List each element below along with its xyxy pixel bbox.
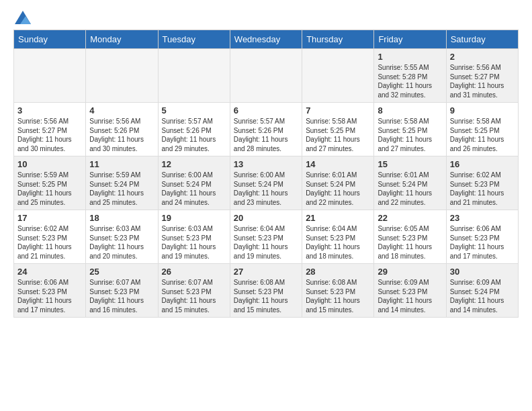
day-number: 3 <box>17 105 82 116</box>
day-number: 11 <box>89 159 154 169</box>
day-number: 28 <box>306 267 370 277</box>
day-info: Sunrise: 5:57 AMSunset: 5:26 PMDaylight:… <box>234 117 298 153</box>
day-number: 22 <box>378 213 442 223</box>
page: SundayMondayTuesdayWednesdayThursdayFrid… <box>0 0 532 411</box>
calendar-cell: 2Sunrise: 5:56 AMSunset: 5:27 PMDaylight… <box>446 49 518 103</box>
day-info: Sunrise: 5:58 AMSunset: 5:25 PMDaylight:… <box>378 117 442 153</box>
day-number: 30 <box>450 267 515 277</box>
day-number: 20 <box>234 213 298 223</box>
day-number: 19 <box>162 213 226 223</box>
calendar-week-1: 3Sunrise: 5:56 AMSunset: 5:27 PMDaylight… <box>14 103 519 156</box>
calendar-cell: 16Sunrise: 6:02 AMSunset: 5:23 PMDayligh… <box>446 156 518 210</box>
day-info: Sunrise: 6:08 AMSunset: 5:23 PMDaylight:… <box>306 278 370 314</box>
day-number: 27 <box>234 267 298 277</box>
day-number: 29 <box>378 267 442 277</box>
day-number: 5 <box>162 105 226 116</box>
day-number: 15 <box>378 159 442 169</box>
day-number: 25 <box>89 267 154 277</box>
logo <box>13 11 31 24</box>
calendar-cell: 19Sunrise: 6:03 AMSunset: 5:23 PMDayligh… <box>158 210 230 264</box>
calendar-cell: 15Sunrise: 6:01 AMSunset: 5:24 PMDayligh… <box>374 156 446 210</box>
calendar-wrapper: SundayMondayTuesdayWednesdayThursdayFrid… <box>0 30 532 324</box>
calendar-cell: 13Sunrise: 6:00 AMSunset: 5:24 PMDayligh… <box>230 156 302 210</box>
calendar-cell: 8Sunrise: 5:58 AMSunset: 5:25 PMDaylight… <box>374 103 446 156</box>
day-number: 21 <box>306 213 370 223</box>
calendar-cell: 30Sunrise: 6:09 AMSunset: 5:24 PMDayligh… <box>446 264 518 318</box>
calendar-cell: 12Sunrise: 6:00 AMSunset: 5:24 PMDayligh… <box>158 156 230 210</box>
day-info: Sunrise: 6:06 AMSunset: 5:23 PMDaylight:… <box>17 278 82 314</box>
calendar-cell: 25Sunrise: 6:07 AMSunset: 5:23 PMDayligh… <box>86 264 158 318</box>
weekday-header-monday: Monday <box>86 30 158 49</box>
calendar-cell: 4Sunrise: 5:56 AMSunset: 5:26 PMDaylight… <box>86 103 158 156</box>
calendar-week-2: 10Sunrise: 5:59 AMSunset: 5:25 PMDayligh… <box>14 156 519 210</box>
day-info: Sunrise: 5:56 AMSunset: 5:27 PMDaylight:… <box>450 63 515 99</box>
calendar-cell: 7Sunrise: 5:58 AMSunset: 5:25 PMDaylight… <box>302 103 374 156</box>
calendar-week-0: 1Sunrise: 5:55 AMSunset: 5:28 PMDaylight… <box>14 49 519 103</box>
day-info: Sunrise: 5:59 AMSunset: 5:25 PMDaylight:… <box>17 171 82 207</box>
day-info: Sunrise: 6:00 AMSunset: 5:24 PMDaylight:… <box>234 171 298 207</box>
calendar-cell: 24Sunrise: 6:06 AMSunset: 5:23 PMDayligh… <box>14 264 86 318</box>
day-info: Sunrise: 5:58 AMSunset: 5:25 PMDaylight:… <box>450 117 515 153</box>
day-info: Sunrise: 6:01 AMSunset: 5:24 PMDaylight:… <box>378 171 442 207</box>
day-info: Sunrise: 5:59 AMSunset: 5:24 PMDaylight:… <box>89 171 154 207</box>
day-number: 4 <box>89 105 154 116</box>
day-info: Sunrise: 6:05 AMSunset: 5:23 PMDaylight:… <box>378 224 442 261</box>
calendar-cell: 6Sunrise: 5:57 AMSunset: 5:26 PMDaylight… <box>230 103 302 156</box>
calendar-cell: 29Sunrise: 6:09 AMSunset: 5:23 PMDayligh… <box>374 264 446 318</box>
calendar-cell: 1Sunrise: 5:55 AMSunset: 5:28 PMDaylight… <box>374 49 446 103</box>
calendar-cell: 5Sunrise: 5:57 AMSunset: 5:26 PMDaylight… <box>158 103 230 156</box>
calendar-cell: 23Sunrise: 6:06 AMSunset: 5:23 PMDayligh… <box>446 210 518 264</box>
day-info: Sunrise: 6:02 AMSunset: 5:23 PMDaylight:… <box>17 224 82 261</box>
day-info: Sunrise: 5:57 AMSunset: 5:26 PMDaylight:… <box>162 117 226 153</box>
day-number: 13 <box>234 159 298 169</box>
day-info: Sunrise: 6:09 AMSunset: 5:24 PMDaylight:… <box>450 278 515 314</box>
day-info: Sunrise: 6:07 AMSunset: 5:23 PMDaylight:… <box>162 278 226 314</box>
calendar-cell: 17Sunrise: 6:02 AMSunset: 5:23 PMDayligh… <box>14 210 86 264</box>
day-info: Sunrise: 6:04 AMSunset: 5:23 PMDaylight:… <box>234 224 298 261</box>
day-number: 12 <box>162 159 226 169</box>
calendar-cell: 21Sunrise: 6:04 AMSunset: 5:23 PMDayligh… <box>302 210 374 264</box>
calendar-cell: 28Sunrise: 6:08 AMSunset: 5:23 PMDayligh… <box>302 264 374 318</box>
calendar-cell <box>86 49 158 103</box>
calendar-cell: 22Sunrise: 6:05 AMSunset: 5:23 PMDayligh… <box>374 210 446 264</box>
calendar-cell <box>302 49 374 103</box>
weekday-header-sunday: Sunday <box>14 30 86 49</box>
calendar-cell: 10Sunrise: 5:59 AMSunset: 5:25 PMDayligh… <box>14 156 86 210</box>
day-info: Sunrise: 6:07 AMSunset: 5:23 PMDaylight:… <box>89 278 154 314</box>
calendar-cell <box>14 49 86 103</box>
day-info: Sunrise: 5:58 AMSunset: 5:25 PMDaylight:… <box>306 117 370 153</box>
day-info: Sunrise: 6:09 AMSunset: 5:23 PMDaylight:… <box>378 278 442 314</box>
day-number: 2 <box>450 52 515 62</box>
calendar-cell: 18Sunrise: 6:03 AMSunset: 5:23 PMDayligh… <box>86 210 158 264</box>
calendar-cell: 11Sunrise: 5:59 AMSunset: 5:24 PMDayligh… <box>86 156 158 210</box>
day-number: 6 <box>234 105 298 116</box>
day-number: 26 <box>162 267 226 277</box>
weekday-header-saturday: Saturday <box>446 30 518 49</box>
day-info: Sunrise: 5:55 AMSunset: 5:28 PMDaylight:… <box>378 63 442 99</box>
day-number: 23 <box>450 213 515 223</box>
calendar-cell: 3Sunrise: 5:56 AMSunset: 5:27 PMDaylight… <box>14 103 86 156</box>
day-number: 7 <box>306 105 370 116</box>
day-info: Sunrise: 6:00 AMSunset: 5:24 PMDaylight:… <box>162 171 226 207</box>
day-info: Sunrise: 5:56 AMSunset: 5:27 PMDaylight:… <box>17 117 82 153</box>
day-number: 17 <box>17 213 82 223</box>
day-info: Sunrise: 6:03 AMSunset: 5:23 PMDaylight:… <box>89 224 154 261</box>
weekday-header-tuesday: Tuesday <box>158 30 230 49</box>
calendar-cell: 9Sunrise: 5:58 AMSunset: 5:25 PMDaylight… <box>446 103 518 156</box>
calendar-cell: 14Sunrise: 6:01 AMSunset: 5:24 PMDayligh… <box>302 156 374 210</box>
day-number: 9 <box>450 105 515 116</box>
calendar-table: SundayMondayTuesdayWednesdayThursdayFrid… <box>13 30 519 318</box>
calendar-week-4: 24Sunrise: 6:06 AMSunset: 5:23 PMDayligh… <box>14 264 519 318</box>
day-number: 14 <box>306 159 370 169</box>
logo-icon <box>15 11 31 24</box>
day-number: 18 <box>89 213 154 223</box>
weekday-header-wednesday: Wednesday <box>230 30 302 49</box>
calendar-cell <box>158 49 230 103</box>
calendar-cell: 26Sunrise: 6:07 AMSunset: 5:23 PMDayligh… <box>158 264 230 318</box>
day-number: 24 <box>17 267 82 277</box>
day-info: Sunrise: 6:03 AMSunset: 5:23 PMDaylight:… <box>162 224 226 261</box>
day-info: Sunrise: 5:56 AMSunset: 5:26 PMDaylight:… <box>89 117 154 153</box>
calendar-week-3: 17Sunrise: 6:02 AMSunset: 5:23 PMDayligh… <box>14 210 519 264</box>
calendar-cell: 20Sunrise: 6:04 AMSunset: 5:23 PMDayligh… <box>230 210 302 264</box>
header <box>0 0 532 30</box>
